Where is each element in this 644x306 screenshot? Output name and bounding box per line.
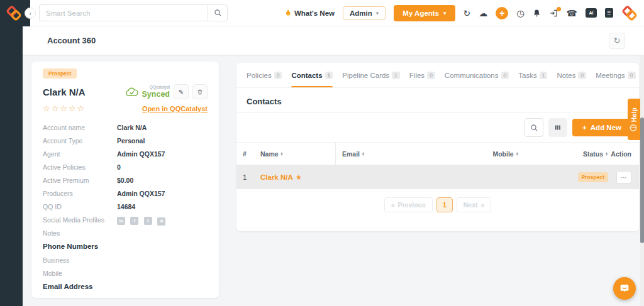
columns-button[interactable] bbox=[548, 118, 567, 137]
sync-indicator: QQcatalyst Synced bbox=[125, 85, 170, 98]
open-in-qqcatalyst-link[interactable]: Open in QQCatalyst bbox=[142, 105, 208, 112]
history-icon[interactable]: ◷ bbox=[516, 9, 524, 18]
cloud-sync-icon[interactable]: ☁ bbox=[479, 9, 487, 18]
tab-meetings[interactable]: Meetings0 bbox=[596, 63, 635, 88]
row-actions-button[interactable]: ⋯ bbox=[616, 171, 631, 183]
sync-provider-label: QQcatalyst bbox=[150, 85, 170, 90]
detail-row: Business bbox=[43, 253, 208, 266]
page-number-button[interactable]: 1 bbox=[436, 197, 453, 212]
delete-account-button[interactable] bbox=[192, 84, 208, 99]
star-filled-icon: ★ bbox=[296, 173, 302, 182]
my-agents-button[interactable]: My Agents ▾ bbox=[394, 5, 455, 21]
ellipsis-icon: ⋯ bbox=[621, 174, 627, 181]
sort-icon: ▲▼ bbox=[516, 152, 519, 156]
globe-icon[interactable]: ⊕ bbox=[157, 217, 165, 226]
tab-count-badge: 0 bbox=[628, 72, 636, 79]
row-number: 1 bbox=[243, 173, 260, 181]
table-search-button[interactable] bbox=[525, 118, 543, 137]
changelog-icon[interactable]: ≡ bbox=[605, 8, 613, 18]
pagination: « Previous 1 Next » bbox=[236, 197, 639, 212]
prev-arrow-icon: « bbox=[391, 201, 395, 209]
account-status-badge: Prospect bbox=[43, 68, 77, 79]
refresh-icon: ↻ bbox=[614, 36, 621, 45]
notifications-bell-icon[interactable] bbox=[533, 9, 541, 18]
detail-row: Business bbox=[43, 293, 208, 298]
edit-account-button[interactable]: ✎ bbox=[174, 84, 189, 99]
contact-row[interactable]: 1 Clark N/A ★ Prospect ⋯ bbox=[236, 165, 639, 189]
search-button[interactable] bbox=[208, 4, 228, 21]
tab-communications[interactable]: Communications0 bbox=[445, 63, 509, 88]
sync-status-label: Synced bbox=[142, 90, 170, 99]
tab-tasks[interactable]: Tasks1 bbox=[518, 63, 547, 88]
next-page-button[interactable]: Next » bbox=[457, 197, 492, 212]
whats-new-link[interactable]: What's New bbox=[284, 9, 335, 18]
columns-icon bbox=[554, 124, 562, 131]
help-tab[interactable]: ⓘ Help bbox=[628, 99, 640, 140]
chevron-right-icon: › bbox=[29, 10, 31, 17]
column-name[interactable]: Name ▲▼ bbox=[260, 143, 336, 165]
column-mobile[interactable]: Mobile ▲▼ bbox=[440, 150, 572, 158]
account-name: Clark N/A bbox=[43, 87, 86, 97]
column-status[interactable]: Status ▲▼ bbox=[572, 150, 608, 158]
info-icon: ⓘ bbox=[630, 124, 638, 131]
search-input[interactable] bbox=[39, 4, 208, 21]
page-title: Account 360 bbox=[47, 36, 96, 45]
plus-icon: + bbox=[499, 8, 504, 18]
sort-icon: ▲▼ bbox=[362, 152, 365, 156]
column-num: # bbox=[243, 150, 260, 158]
tab-count-badge: 1 bbox=[540, 72, 548, 79]
rating-stars[interactable]: ☆☆☆☆☆ bbox=[43, 104, 86, 113]
smart-search bbox=[39, 4, 228, 21]
chat-widget-button[interactable] bbox=[613, 277, 636, 300]
add-new-button[interactable]: + Add New bbox=[572, 119, 631, 136]
chevron-down-icon: ▾ bbox=[376, 10, 379, 16]
detail-row: Mobile bbox=[43, 266, 208, 280]
account-details: Account nameClark N/A Account TypePerson… bbox=[43, 121, 208, 298]
whats-new-label: What's New bbox=[294, 9, 335, 17]
detail-row: QQ ID14684 bbox=[43, 200, 208, 213]
page-refresh-button[interactable]: ↻ bbox=[609, 33, 625, 49]
contact-name-link[interactable]: Clark N/A ★ bbox=[260, 173, 336, 182]
next-arrow-icon: » bbox=[480, 201, 484, 209]
tab-pipeline-cards[interactable]: Pipeline Cards1 bbox=[342, 63, 400, 88]
ai-assistant-icon[interactable]: AI bbox=[586, 8, 597, 18]
twitter-icon[interactable]: t bbox=[144, 217, 152, 225]
tab-strip: Policies0 Contacts1 Pipeline Cards1 File… bbox=[236, 63, 639, 88]
chevron-down-icon: ▾ bbox=[443, 10, 447, 16]
sidebar bbox=[0, 0, 23, 306]
facebook-icon[interactable]: f bbox=[130, 217, 138, 225]
topbar: What's New Admin ▾ My Agents ▾ ↻ ☁ + ◷ ☎… bbox=[30, 0, 644, 26]
screen-pop-icon[interactable] bbox=[549, 9, 558, 18]
email-address-heading: Email Address bbox=[43, 280, 208, 293]
detail-row: Active Policies0 bbox=[43, 160, 208, 173]
account-360-panel: Policies0 Contacts1 Pipeline Cards1 File… bbox=[236, 63, 639, 231]
phone-icon[interactable]: ☎ bbox=[567, 9, 577, 18]
phone-numbers-heading: Phone Numbers bbox=[43, 239, 208, 253]
tab-notes[interactable]: Notes0 bbox=[557, 63, 586, 88]
admin-dropdown[interactable]: Admin ▾ bbox=[343, 6, 386, 20]
linkedin-icon[interactable]: in bbox=[117, 217, 125, 225]
detail-row: Account nameClark N/A bbox=[43, 121, 208, 134]
search-icon bbox=[530, 124, 538, 132]
detail-row-social: Social Media Profiles in f t ⊕ bbox=[43, 213, 208, 226]
previous-page-button[interactable]: « Previous bbox=[384, 197, 433, 212]
tab-count-badge: 1 bbox=[325, 72, 333, 79]
detail-row: Notes bbox=[43, 226, 208, 239]
my-agents-label: My Agents bbox=[402, 9, 439, 17]
contacts-toolbar: + Add New bbox=[236, 112, 639, 143]
scrollbar-thumb[interactable] bbox=[640, 117, 644, 243]
brand-logo-icon bbox=[6, 5, 22, 21]
quick-add-button[interactable]: + bbox=[496, 7, 508, 19]
detail-row: ProducersAdmin QQX157 bbox=[43, 187, 208, 200]
tab-count-badge: 0 bbox=[274, 72, 282, 79]
scrollbar-track[interactable] bbox=[640, 55, 644, 306]
tab-count-badge: 0 bbox=[427, 72, 435, 79]
sidebar-expand-button[interactable]: › bbox=[25, 8, 36, 19]
row-status-badge: Prospect bbox=[578, 172, 608, 182]
sync-icon[interactable]: ↻ bbox=[464, 9, 471, 18]
tab-contacts[interactable]: Contacts1 bbox=[291, 63, 333, 88]
tab-policies[interactable]: Policies0 bbox=[247, 63, 282, 88]
plus-icon: + bbox=[582, 124, 587, 131]
column-email[interactable]: Email ▲▼ bbox=[336, 150, 440, 158]
tab-files[interactable]: Files0 bbox=[409, 63, 435, 88]
